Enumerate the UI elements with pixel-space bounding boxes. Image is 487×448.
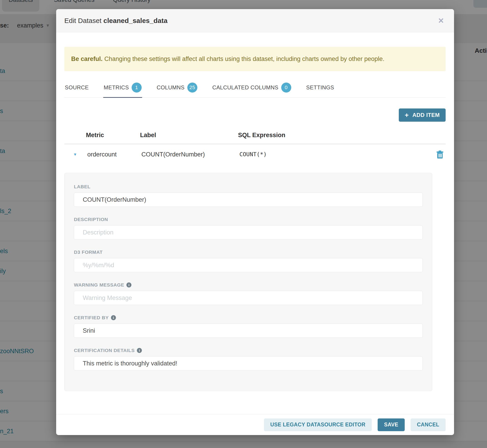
info-icon: i: [137, 348, 142, 353]
tab-columns-label: COLUMNS: [157, 84, 185, 91]
tab-metrics[interactable]: METRICS 1: [103, 82, 142, 98]
certification-details-input[interactable]: [74, 356, 423, 370]
collapse-caret-icon[interactable]: ▼: [64, 151, 86, 157]
d3-format-field-label: D3 FORMAT: [74, 249, 423, 255]
cancel-button[interactable]: CANCEL: [411, 418, 446, 431]
info-icon: i: [111, 315, 116, 320]
metric-label: COUNT(OrderNumber): [140, 151, 238, 158]
label-input[interactable]: [74, 193, 423, 207]
tab-columns[interactable]: COLUMNS 25: [156, 82, 198, 98]
label-column-header: Label: [140, 132, 238, 139]
use-legacy-datasource-editor-button[interactable]: USE LEGACY DATASOURCE EDITOR: [264, 418, 372, 431]
warning-banner: Be careful.Changing these settings will …: [64, 47, 446, 71]
modal-header: Edit Dataset cleaned_sales_data ✕: [56, 9, 454, 32]
description-field-label: DESCRIPTION: [74, 217, 423, 222]
warning-message-field: WARNING MESSAGE i: [74, 282, 423, 305]
modal-body: Be careful.Changing these settings will …: [56, 32, 454, 414]
edit-dataset-modal: Edit Dataset cleaned_sales_data ✕ Be car…: [56, 9, 454, 435]
add-item-label: ADD ITEM: [412, 112, 440, 118]
d3-format-input[interactable]: [74, 258, 423, 272]
save-button[interactable]: SAVE: [378, 418, 405, 431]
add-item-row: + ADD ITEM: [64, 108, 446, 122]
description-input[interactable]: [74, 225, 423, 240]
metric-column-header: Metric: [86, 132, 140, 139]
certification-details-field: CERTIFICATION DETAILS i: [74, 348, 423, 370]
certification-details-field-label: CERTIFICATION DETAILS i: [74, 348, 423, 353]
metric-detail-panel: LABEL DESCRIPTION D3 FORMAT WARNING MESS…: [64, 173, 432, 391]
warning-banner-bold: Be careful.: [71, 56, 103, 62]
columns-count-badge: 25: [187, 83, 197, 93]
sql-expression-column-header: SQL Expression: [238, 132, 434, 139]
warning-message-field-label: WARNING MESSAGE i: [74, 282, 423, 288]
label-field: LABEL: [74, 184, 423, 207]
modal-title: Edit Dataset cleaned_sales_data: [64, 17, 168, 24]
delete-metric-button[interactable]: [434, 150, 446, 160]
tab-settings-label: SETTINGS: [306, 84, 334, 91]
metric-name: ordercount: [86, 151, 140, 158]
tab-source[interactable]: SOURCE: [64, 82, 89, 98]
d3-format-field: D3 FORMAT: [74, 249, 423, 272]
warning-banner-text: Changing these settings will affect all …: [104, 56, 384, 62]
metric-row-ordercount: ▼ ordercount COUNT(OrderNumber) COUNT(*): [64, 144, 446, 173]
metric-sql-expression: COUNT(*): [238, 151, 434, 158]
certified-by-input[interactable]: [74, 324, 423, 338]
warning-message-input[interactable]: [74, 291, 423, 305]
info-icon: i: [126, 282, 131, 288]
tab-metrics-label: METRICS: [104, 84, 129, 91]
calculated-columns-count-badge: 0: [281, 83, 291, 93]
modal-title-dataset-name: cleaned_sales_data: [104, 17, 168, 24]
label-field-label: LABEL: [74, 184, 423, 189]
trash-icon: [436, 150, 444, 159]
tab-settings[interactable]: SETTINGS: [306, 82, 335, 98]
plus-icon: +: [405, 112, 409, 119]
add-item-button[interactable]: + ADD ITEM: [399, 108, 446, 122]
certified-by-field-label: CERTIFIED BY i: [74, 315, 423, 320]
description-field: DESCRIPTION: [74, 217, 423, 240]
tab-source-label: SOURCE: [65, 84, 89, 91]
dataset-editor-tabs: SOURCE METRICS 1 COLUMNS 25 CALCULATED C…: [64, 82, 446, 97]
tab-calculated-columns[interactable]: CALCULATED COLUMNS 0: [212, 82, 292, 98]
modal-footer: USE LEGACY DATASOURCE EDITOR SAVE CANCEL: [56, 414, 454, 435]
certified-by-field: CERTIFIED BY i: [74, 315, 423, 338]
tab-calculated-columns-label: CALCULATED COLUMNS: [212, 84, 279, 91]
metrics-table-header: Metric Label SQL Expression: [64, 132, 446, 144]
close-icon[interactable]: ✕: [436, 16, 446, 26]
modal-title-prefix: Edit Dataset: [64, 17, 104, 24]
metrics-count-badge: 1: [132, 83, 142, 93]
